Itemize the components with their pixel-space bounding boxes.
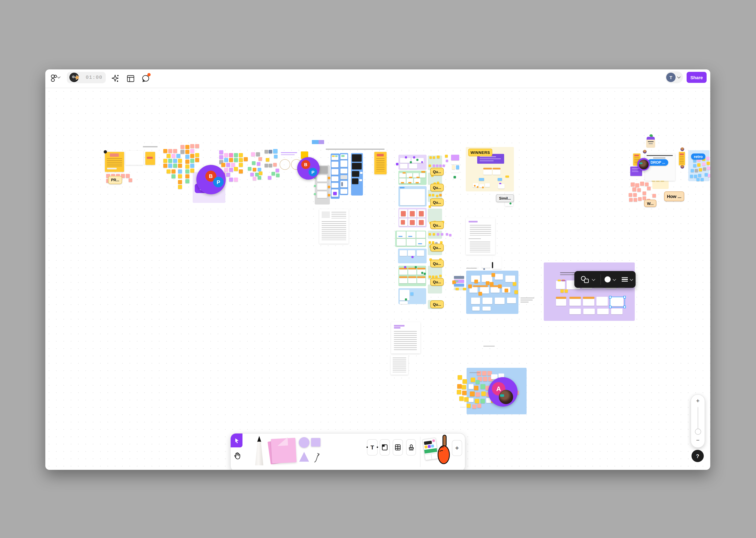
sticky-note[interactable] bbox=[481, 392, 486, 396]
sticky-note[interactable] bbox=[400, 164, 407, 169]
help-button[interactable]: ? bbox=[691, 450, 704, 462]
sticky-note[interactable] bbox=[314, 193, 316, 195]
sticky-note[interactable] bbox=[163, 164, 167, 168]
sticky-note[interactable] bbox=[461, 403, 466, 407]
hand-tool[interactable] bbox=[233, 451, 242, 461]
sticky-note[interactable] bbox=[332, 176, 338, 181]
sticky-note[interactable] bbox=[416, 232, 425, 238]
sticky-note[interactable] bbox=[341, 160, 348, 167]
question-label[interactable]: Qu... bbox=[430, 184, 444, 191]
sticky-note[interactable] bbox=[417, 250, 424, 256]
sticky-note[interactable] bbox=[126, 174, 130, 178]
sticky-note[interactable] bbox=[432, 194, 434, 196]
stroke-style-picker[interactable] bbox=[619, 276, 635, 283]
sticky-note[interactable] bbox=[273, 149, 278, 153]
sticky-note[interactable] bbox=[406, 239, 415, 246]
sticky-note[interactable] bbox=[317, 191, 327, 198]
sticky-note[interactable] bbox=[266, 158, 269, 162]
sticky-note[interactable] bbox=[480, 384, 485, 389]
sticky-note[interactable] bbox=[190, 154, 194, 158]
sticky-note[interactable] bbox=[257, 162, 260, 166]
yellow-note-card[interactable] bbox=[374, 152, 387, 174]
sticky-note[interactable] bbox=[462, 391, 466, 395]
sticky-note[interactable] bbox=[400, 250, 407, 256]
sticky-note[interactable] bbox=[410, 161, 412, 163]
sticky-note[interactable] bbox=[583, 297, 594, 299]
fill-color-picker[interactable] bbox=[601, 276, 619, 283]
sticky-note[interactable] bbox=[505, 289, 508, 292]
sticky-note[interactable] bbox=[185, 155, 189, 159]
sticky-note[interactable] bbox=[397, 239, 406, 246]
sticky-note[interactable] bbox=[471, 297, 480, 304]
sticky-note[interactable] bbox=[495, 274, 503, 280]
stickers-tool[interactable] bbox=[422, 438, 439, 460]
connector-tool[interactable] bbox=[313, 452, 321, 463]
sticky-note[interactable] bbox=[583, 309, 595, 314]
sticky-note[interactable] bbox=[505, 176, 509, 178]
sticky-note[interactable] bbox=[419, 211, 424, 216]
sticky-note[interactable] bbox=[352, 154, 362, 162]
sticky-note[interactable] bbox=[168, 159, 172, 163]
sticky-note[interactable] bbox=[556, 297, 566, 299]
sticky-note[interactable] bbox=[168, 164, 172, 168]
sticky-note[interactable] bbox=[410, 211, 415, 216]
sticky-note[interactable] bbox=[195, 158, 199, 162]
sticky-note[interactable] bbox=[258, 176, 261, 180]
sticky-note[interactable] bbox=[317, 183, 327, 190]
sticky-note[interactable] bbox=[481, 259, 490, 268]
board-frame[interactable] bbox=[428, 285, 442, 294]
sticky-note[interactable] bbox=[708, 174, 710, 177]
sticky-note[interactable] bbox=[328, 177, 330, 179]
more-tools-button[interactable]: + bbox=[452, 440, 462, 456]
sticky-note[interactable] bbox=[250, 173, 254, 176]
sticky-note[interactable] bbox=[469, 398, 473, 402]
sticky-note[interactable] bbox=[691, 169, 694, 172]
sticky-note[interactable] bbox=[239, 169, 243, 174]
sticky-note[interactable] bbox=[419, 220, 424, 225]
sticky-note[interactable] bbox=[693, 164, 696, 167]
sticky-note[interactable] bbox=[429, 156, 432, 159]
sticky-note[interactable] bbox=[328, 194, 330, 196]
sticky-note[interactable] bbox=[638, 197, 642, 201]
sticky-note[interactable] bbox=[185, 160, 189, 164]
select-tool[interactable] bbox=[231, 434, 243, 447]
sticky-note[interactable] bbox=[473, 285, 488, 287]
sticky-note[interactable] bbox=[253, 177, 256, 181]
sticky-note[interactable] bbox=[244, 157, 248, 161]
sticky-note[interactable] bbox=[190, 149, 194, 153]
stamp-tool[interactable] bbox=[406, 439, 416, 456]
sticky-note[interactable] bbox=[173, 164, 177, 168]
sticky-note[interactable] bbox=[482, 297, 492, 304]
sticky-note[interactable] bbox=[637, 188, 641, 192]
sticky-note[interactable] bbox=[400, 158, 411, 163]
sticky-note[interactable] bbox=[176, 154, 181, 158]
sticky-note[interactable] bbox=[451, 170, 459, 173]
sticky-note[interactable] bbox=[690, 175, 693, 178]
sticky-note[interactable] bbox=[495, 297, 505, 304]
sticky-note[interactable] bbox=[416, 239, 425, 246]
sticky-note[interactable] bbox=[314, 185, 316, 187]
sticky-note[interactable] bbox=[341, 189, 348, 194]
pr-section-label[interactable]: PR... bbox=[108, 176, 122, 184]
sticky-note[interactable] bbox=[185, 169, 189, 174]
table-tool[interactable] bbox=[393, 439, 403, 456]
sticky-note[interactable] bbox=[629, 193, 632, 197]
sticky-note[interactable] bbox=[401, 182, 404, 183]
sticky-note[interactable] bbox=[421, 171, 425, 173]
sticky-note[interactable] bbox=[185, 165, 189, 169]
sticky-note[interactable] bbox=[429, 276, 431, 278]
sticky-note[interactable] bbox=[190, 144, 194, 148]
sticky-note[interactable] bbox=[226, 173, 230, 177]
sticky-note[interactable] bbox=[178, 169, 182, 174]
sticky-note[interactable] bbox=[565, 290, 568, 293]
sticky-note[interactable] bbox=[219, 155, 223, 159]
sticky-note[interactable] bbox=[436, 165, 438, 167]
sticky-note[interactable] bbox=[341, 155, 345, 157]
sticky-note[interactable] bbox=[439, 194, 442, 196]
sticky-note[interactable] bbox=[470, 392, 475, 396]
winners-label[interactable]: WINNERS bbox=[468, 149, 492, 156]
question-label[interactable]: Qu... bbox=[430, 278, 444, 286]
sticky-note[interactable] bbox=[408, 182, 411, 183]
sticky-note[interactable] bbox=[409, 164, 417, 169]
sticky-note[interactable] bbox=[404, 266, 406, 268]
